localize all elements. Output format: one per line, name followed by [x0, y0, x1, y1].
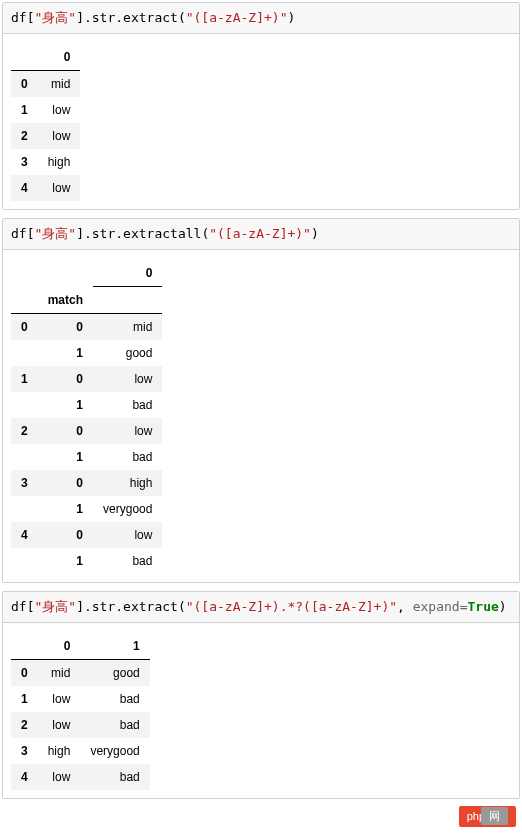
row-group-index: 2	[11, 418, 38, 444]
table-row: 4low	[11, 175, 80, 201]
code-paren-close: )	[287, 10, 295, 25]
code-bracket-close: ]	[76, 226, 84, 241]
row-match-index: 0	[38, 313, 93, 340]
output-2: 0 match 00mid 1good 10low 1bad 20low 1ba…	[3, 250, 519, 582]
row-group-index: 0	[11, 313, 38, 340]
code-section-extract-expand: df["身高"].str.extract("([a-zA-Z]+).*?([a-…	[2, 591, 520, 799]
cell-value: low	[93, 522, 162, 548]
cell-value: low	[93, 366, 162, 392]
table-row: 0mid	[11, 71, 80, 98]
row-index: 0	[11, 71, 38, 98]
table-row: 1verygood	[11, 496, 162, 522]
cell-value: low	[38, 712, 81, 738]
row-group-index	[11, 548, 38, 574]
code-colname: "身高"	[34, 226, 76, 241]
code-cell-2[interactable]: df["身高"].str.extractall("([a-zA-Z]+)")	[3, 219, 519, 250]
row-index: 4	[11, 175, 38, 201]
table-row: 30high	[11, 470, 162, 496]
code-comma: ,	[397, 599, 413, 614]
code-method: .str.extract	[84, 599, 178, 614]
table-row: 1bad	[11, 548, 162, 574]
cell-value: low	[38, 175, 81, 201]
cell-value: verygood	[93, 496, 162, 522]
row-match-index: 1	[38, 392, 93, 418]
code-var: df	[11, 10, 27, 25]
code-regex: "([a-zA-Z]+).*?([a-zA-Z]+)"	[186, 599, 397, 614]
table-row: 10low	[11, 366, 162, 392]
cell-value: bad	[80, 764, 149, 790]
code-cell-3[interactable]: df["身高"].str.extract("([a-zA-Z]+).*?([a-…	[3, 592, 519, 623]
row-index: 0	[11, 659, 38, 686]
code-regex: "([a-zA-Z]+)"	[186, 10, 288, 25]
code-var: df	[11, 599, 27, 614]
cell-value: mid	[38, 659, 81, 686]
table-row: 3highverygood	[11, 738, 150, 764]
cell-value: low	[38, 97, 81, 123]
row-index: 1	[11, 97, 38, 123]
table-row: 1good	[11, 340, 162, 366]
index-header-blank	[11, 633, 38, 660]
code-regex: "([a-zA-Z]+)"	[209, 226, 311, 241]
code-kwarg-val: True	[468, 599, 499, 614]
table-row: 1bad	[11, 392, 162, 418]
row-match-index: 0	[38, 470, 93, 496]
table-row: 1lowbad	[11, 686, 150, 712]
row-match-index: 1	[38, 444, 93, 470]
cell-value: mid	[93, 313, 162, 340]
index-header-blank3	[11, 287, 38, 314]
output-1: 0 0mid 1low 2low 3high 4low	[3, 34, 519, 209]
code-cell-1[interactable]: df["身高"].str.extract("([a-zA-Z]+)")	[3, 3, 519, 34]
row-index: 3	[11, 149, 38, 175]
code-paren-open: (	[178, 599, 186, 614]
table-row: 1low	[11, 97, 80, 123]
code-paren-open: (	[178, 10, 186, 25]
code-section-extractall: df["身高"].str.extractall("([a-zA-Z]+)") 0…	[2, 218, 520, 583]
cell-value: low	[93, 418, 162, 444]
table-row: 2low	[11, 123, 80, 149]
cell-value: low	[38, 123, 81, 149]
watermark-text-b: 网	[481, 807, 508, 809]
index-header-blank	[11, 44, 38, 71]
index-header-blank	[11, 260, 38, 287]
col-header-1: 1	[80, 633, 149, 660]
row-index: 2	[11, 712, 38, 738]
code-paren-close: )	[499, 599, 507, 614]
row-group-index	[11, 340, 38, 366]
row-group-index: 3	[11, 470, 38, 496]
code-method: .str.extractall	[84, 226, 201, 241]
row-group-index	[11, 496, 38, 522]
table-row: 40low	[11, 522, 162, 548]
cell-value: bad	[80, 712, 149, 738]
table-row: 00mid	[11, 313, 162, 340]
row-match-index: 1	[38, 548, 93, 574]
row-match-index: 0	[38, 522, 93, 548]
row-match-index: 1	[38, 496, 93, 522]
col-header-0: 0	[38, 44, 81, 71]
row-group-index	[11, 444, 38, 470]
code-colname: "身高"	[34, 599, 76, 614]
cell-value: bad	[93, 444, 162, 470]
cell-value: good	[93, 340, 162, 366]
row-group-index	[11, 392, 38, 418]
row-match-index: 0	[38, 366, 93, 392]
code-paren-close: )	[311, 226, 319, 241]
row-index: 3	[11, 738, 38, 764]
cell-value: good	[80, 659, 149, 686]
cell-value: bad	[93, 392, 162, 418]
code-bracket-close: ]	[76, 599, 84, 614]
cell-value: mid	[38, 71, 81, 98]
table-row: 20low	[11, 418, 162, 444]
cell-value: high	[93, 470, 162, 496]
table-row: 2lowbad	[11, 712, 150, 738]
code-bracket-close: ]	[76, 10, 84, 25]
cell-value: bad	[93, 548, 162, 574]
cell-value: high	[38, 738, 81, 764]
index-header-blank2	[38, 260, 93, 287]
match-header: match	[38, 287, 93, 314]
row-index: 1	[11, 686, 38, 712]
cell-value: high	[38, 149, 81, 175]
code-kwarg-name: expand	[413, 599, 460, 614]
cell-value: verygood	[80, 738, 149, 764]
row-match-index: 0	[38, 418, 93, 444]
table-row: 4lowbad	[11, 764, 150, 790]
